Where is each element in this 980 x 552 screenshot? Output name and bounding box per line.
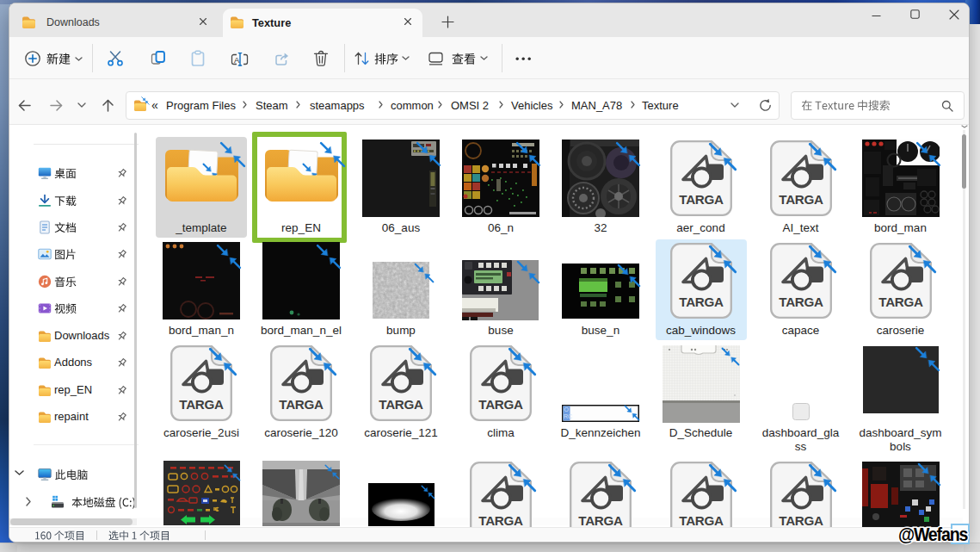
svg-text:TARGA: TARGA (379, 397, 423, 412)
svg-text:TARGA: TARGA (878, 295, 923, 309)
svg-text:TARGA: TARGA (478, 513, 523, 528)
svg-text:TARGA: TARGA (679, 513, 724, 528)
svg-text:RC: RC (564, 413, 572, 419)
svg-text:@Wefans: @Wefans (898, 524, 968, 544)
svg-text:TARGA: TARGA (779, 295, 823, 309)
svg-text:A: A (234, 55, 240, 65)
svg-text:O: O (564, 406, 570, 412)
svg-text:TARGA: TARGA (179, 397, 224, 412)
svg-text:TARGA: TARGA (478, 397, 523, 412)
svg-text:TARGA: TARGA (779, 513, 823, 528)
svg-text:TARGA: TARGA (679, 192, 724, 207)
svg-text:TARGA: TARGA (279, 397, 324, 412)
svg-text:TARGA: TARGA (779, 192, 823, 207)
svg-text:TARGA: TARGA (679, 295, 724, 309)
svg-text:TARGA: TARGA (578, 513, 623, 528)
